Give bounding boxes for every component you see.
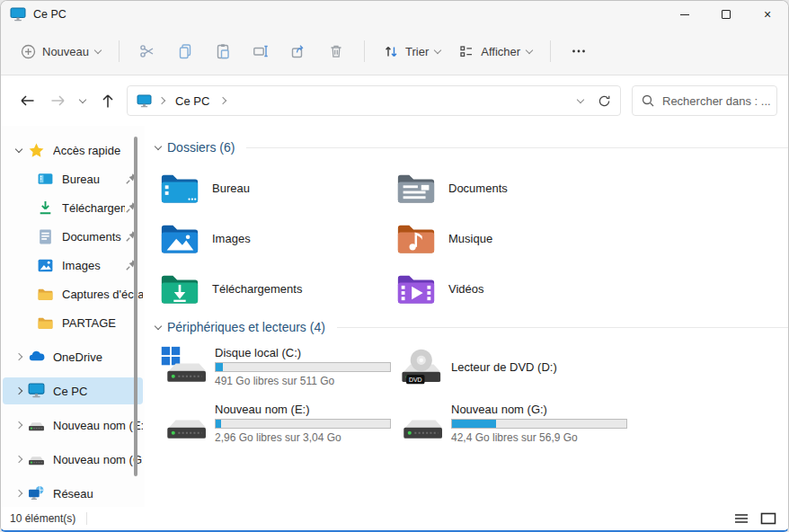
forward-arrow-icon xyxy=(50,94,66,107)
sidebar-item-documents[interactable]: Documents xyxy=(3,223,143,250)
up-button[interactable] xyxy=(93,86,123,115)
more-options-button[interactable] xyxy=(560,35,598,67)
close-button[interactable]: × xyxy=(747,1,788,28)
cut-button[interactable] xyxy=(129,35,166,67)
capacity-bar-fill xyxy=(216,420,221,428)
sidebar-item-onedrive[interactable]: OneDrive xyxy=(3,343,143,370)
sidebar-item-label: Ce PC xyxy=(53,385,143,398)
maximize-button[interactable] xyxy=(705,1,747,28)
sidebar-item-ce-pc[interactable]: Ce PC xyxy=(3,377,143,404)
expander-chevron-icon[interactable] xyxy=(10,388,28,394)
breadcrumb-chevron-icon xyxy=(158,97,165,104)
onedrive-cloud-icon xyxy=(28,349,45,365)
folder-tile-videos[interactable]: Vidéos xyxy=(395,270,632,307)
capacity-bar xyxy=(215,362,391,372)
file-explorer-window: Ce PC × Nouveau xyxy=(0,0,789,532)
capacity-bar xyxy=(215,419,391,429)
sidebar-item-captures-ecran[interactable]: Captures d'écran xyxy=(3,280,143,307)
view-button[interactable]: Afficher xyxy=(449,38,541,65)
sidebar-item-nouveau-nom-e[interactable]: Nouveau nom (E:) xyxy=(3,412,143,439)
status-divider xyxy=(86,512,87,525)
sidebar-item-label: Captures d'écran xyxy=(62,288,143,301)
toolbar-divider xyxy=(550,40,551,62)
toolbar-divider xyxy=(119,40,120,62)
folder-tile-images[interactable]: Images xyxy=(159,219,395,257)
sidebar-item-label: Documents xyxy=(62,230,125,244)
drive-tile-c[interactable]: Disque local (C:) 491 Go libres sur 511 … xyxy=(159,345,395,387)
refresh-button[interactable] xyxy=(598,94,611,108)
drives-section-header[interactable]: Périphériques et lecteurs (4) xyxy=(155,320,788,334)
sidebar-item-images[interactable]: Images xyxy=(3,252,143,279)
new-button-label: Nouveau xyxy=(42,45,89,58)
new-button[interactable]: Nouveau xyxy=(12,39,110,65)
sidebar-item-reseau[interactable]: Réseau xyxy=(3,480,143,507)
details-view-button[interactable] xyxy=(731,510,752,528)
folder-tile-documents[interactable]: Documents xyxy=(395,169,632,207)
drive-info: Lecteur de DVD (D:) xyxy=(451,359,557,374)
drive-tile-e[interactable]: Nouveau nom (E:) 2,96 Go libres sur 3,04… xyxy=(159,402,395,444)
chevron-down-icon xyxy=(526,46,533,53)
item-count: 10 élément(s) xyxy=(10,512,75,525)
sidebar-item-telechargements[interactable]: Téléchargements xyxy=(3,194,143,221)
rename-button[interactable] xyxy=(242,35,279,67)
drive-icon xyxy=(159,402,206,441)
large-icons-view-button[interactable] xyxy=(758,510,779,528)
expander-chevron-icon[interactable] xyxy=(10,149,28,152)
address-dropdown-icon[interactable] xyxy=(577,95,584,102)
back-button[interactable] xyxy=(12,86,42,115)
titlebar: Ce PC × xyxy=(1,1,788,28)
chevron-down-icon xyxy=(79,95,86,102)
folder-tile-telechargements[interactable]: Téléchargements xyxy=(159,270,395,307)
free-space-text: 42,4 Go libres sur 56,9 Go xyxy=(451,431,627,444)
drive-icon xyxy=(28,417,45,433)
collapse-chevron-icon[interactable] xyxy=(155,142,162,149)
sidebar-item-bureau[interactable]: Bureau xyxy=(3,165,143,192)
breadcrumb-chevron-icon xyxy=(219,97,226,104)
sort-button[interactable]: Trier xyxy=(374,38,449,65)
share-button[interactable] xyxy=(279,35,317,67)
sidebar-scrollbar[interactable] xyxy=(134,137,137,476)
plus-circle-icon xyxy=(21,44,36,59)
items-view: Dossiers (6) Bureau Documents xyxy=(145,126,788,507)
folder-tile-bureau[interactable]: Bureau xyxy=(159,169,395,207)
expander-chevron-icon[interactable] xyxy=(10,354,28,359)
sidebar-item-label: Accès rapide xyxy=(53,144,143,157)
folder-tile-musique[interactable]: Musique xyxy=(395,219,632,257)
refresh-icon xyxy=(598,94,611,108)
expander-chevron-icon[interactable] xyxy=(10,457,28,462)
sidebar-item-quick-access[interactable]: Accès rapide xyxy=(3,137,143,164)
collapse-chevron-icon[interactable] xyxy=(155,322,162,329)
expander-chevron-icon[interactable] xyxy=(10,422,28,428)
document-icon xyxy=(37,228,54,244)
recent-locations-button[interactable] xyxy=(73,86,93,115)
minimize-button[interactable] xyxy=(664,1,705,28)
delete-button[interactable] xyxy=(317,35,355,67)
sidebar-item-nouveau-nom-g[interactable]: Nouveau nom (G:) xyxy=(3,446,143,473)
search-box[interactable]: Rechercher dans : ... xyxy=(632,85,777,116)
forward-button[interactable] xyxy=(42,86,73,115)
paste-button[interactable] xyxy=(204,35,242,67)
close-icon: × xyxy=(764,8,771,21)
drive-tile-dvd[interactable]: DVD Lecteur de DVD (D:) xyxy=(395,345,647,387)
breadcrumb-this-pc[interactable]: Ce PC xyxy=(172,93,213,110)
sidebar-item-label: Nouveau nom (E:) xyxy=(53,419,143,432)
local-disk-icon xyxy=(159,345,206,385)
this-pc-icon xyxy=(137,94,152,108)
expander-chevron-icon[interactable] xyxy=(10,491,28,496)
sidebar-item-label: Téléchargements xyxy=(62,201,125,215)
up-arrow-icon xyxy=(102,93,114,109)
drive-tile-g[interactable]: Nouveau nom (G:) 42,4 Go libres sur 56,9… xyxy=(395,402,647,444)
folders-section-header[interactable]: Dossiers (6) xyxy=(155,140,788,155)
sidebar-item-partage[interactable]: PARTAGE xyxy=(3,309,143,336)
copy-button[interactable] xyxy=(166,35,204,67)
section-divider xyxy=(246,147,788,148)
drive-name: Lecteur de DVD (D:) xyxy=(451,360,557,374)
navigation-bar: Ce PC Rechercher dans : ... xyxy=(1,75,788,126)
toolbar-divider xyxy=(364,40,365,62)
desktop-folder-icon xyxy=(159,172,200,204)
share-icon xyxy=(289,42,307,60)
view-toggles xyxy=(731,510,779,528)
address-bar[interactable]: Ce PC xyxy=(127,85,621,116)
folder-name: Vidéos xyxy=(448,282,484,296)
drive-icon xyxy=(395,402,442,441)
